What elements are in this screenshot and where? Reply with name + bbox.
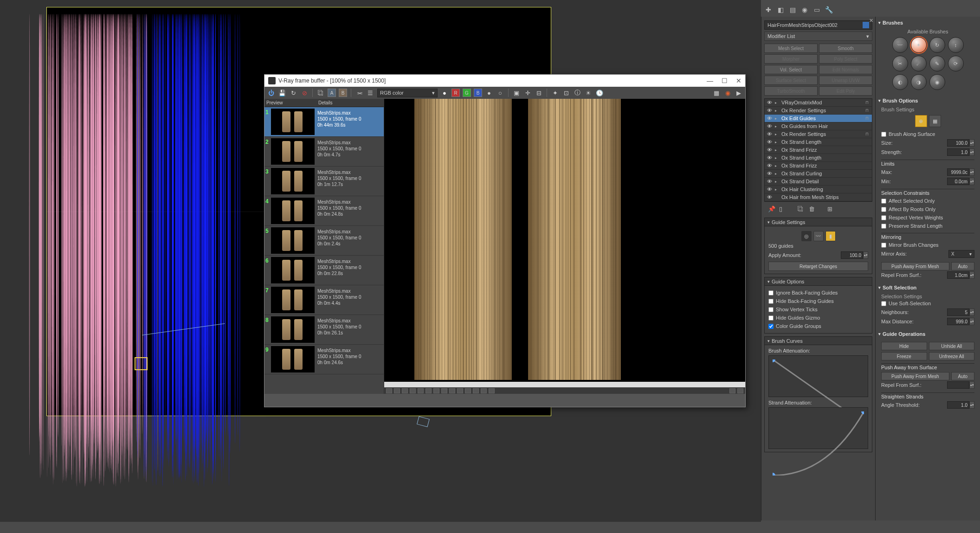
curve-reset-icon[interactable]: ✕	[868, 18, 874, 24]
brush-icon[interactable]: ↕	[948, 37, 964, 53]
modifier-stack-item[interactable]: 👁▸VRayOrnatrixMod⊓	[765, 99, 872, 107]
affect-roots-checkbox[interactable]	[881, 207, 886, 212]
modifier-stack-item[interactable]: 👁▸Ox Strand Frizz	[765, 162, 872, 170]
hide-button[interactable]: Hide	[881, 342, 927, 350]
ab-b-icon[interactable]: B	[339, 89, 347, 97]
neighbours-spinner[interactable]: ▴▾	[947, 308, 974, 316]
remove-mod-icon[interactable]: 🗑	[809, 205, 816, 213]
size-spinner[interactable]: ▴▾	[947, 139, 974, 147]
status-icon[interactable]	[489, 388, 495, 393]
modifier-preset-button[interactable]: Unwrap UVW	[819, 76, 872, 85]
modifier-stack-item[interactable]: 👁▸Ox Hair Clustering	[765, 186, 872, 193]
rollout-soft-selection[interactable]: ▾Soft Selection	[878, 283, 977, 292]
max-spinner[interactable]: ▴▾	[947, 168, 974, 176]
brush-icon[interactable]: ◑	[911, 74, 927, 90]
modifier-stack-item[interactable]: 👁▸Ox Strand Length	[765, 154, 872, 162]
color-corr-icon[interactable]: ☀	[584, 89, 593, 97]
modifier-stack-item[interactable]: 👁▸Ox Strand Length	[765, 138, 872, 146]
modifier-stack-item[interactable]: 👁▸Ox Render Settings⊓	[765, 107, 872, 115]
hierarchy-tab-icon[interactable]: ▤	[788, 5, 797, 14]
modify-tab-icon[interactable]: ◧	[776, 5, 785, 14]
mono-icon[interactable]: ○	[496, 89, 504, 97]
modifier-preset-button[interactable]: Vol. Select	[764, 65, 818, 74]
brush-atten-curve[interactable]	[768, 355, 868, 397]
status-icon[interactable]	[433, 388, 439, 393]
brush-icon[interactable]: ◐	[892, 74, 908, 90]
modifier-preset-button[interactable]: Smooth	[819, 44, 872, 53]
history-row[interactable]: 9MeshStrips.max1500 x 1500, frame 00h 0m…	[264, 345, 384, 374]
brush-icon[interactable]: ⟳	[948, 56, 964, 71]
stamp-icon[interactable]: ⊡	[562, 89, 570, 97]
strand-atten-curve[interactable]	[768, 407, 868, 449]
power-icon[interactable]: ⏻	[267, 89, 275, 97]
modifier-preset-button[interactable]: Mesh Select	[764, 44, 818, 53]
modifier-stack-item[interactable]: 👁▸Ox Strand Frizz	[765, 146, 872, 154]
modifier-preset-button[interactable]: Edit Normals	[819, 65, 872, 74]
modifier-stack-item[interactable]: 👁▸Ox Edit Guides⊓	[765, 115, 872, 122]
repel-spinner[interactable]: ▴▾	[947, 271, 974, 279]
modifier-preset-button[interactable]: TurboSmooth	[764, 86, 818, 96]
auto-button[interactable]: Auto	[951, 262, 974, 270]
history-row[interactable]: 8MeshStrips.max1500 x 1500, frame 00h 0m…	[264, 315, 384, 345]
save-icon[interactable]: 💾	[278, 89, 286, 97]
render-icon[interactable]: ▶	[735, 89, 743, 97]
utilities-tab-icon[interactable]: 🔧	[824, 5, 833, 14]
hide-backfacing-checkbox[interactable]	[768, 299, 774, 304]
rollout-guide-settings[interactable]: ▾Guide Settings	[764, 218, 872, 226]
rollout-brush-curves[interactable]: ▾Brush Curves	[764, 336, 872, 345]
modifier-stack-item[interactable]: 👁▸Ox Guides from Hair	[765, 122, 872, 130]
ab-a-icon[interactable]: A	[328, 89, 336, 97]
history-row[interactable]: 3MeshStrips.max1500 x 1500, frame 00h 1m…	[264, 167, 384, 196]
brush-icon[interactable]: ↻	[929, 37, 945, 53]
mirror-checkbox[interactable]	[881, 243, 886, 248]
repel-spinner-2[interactable]: ▴▾	[947, 381, 974, 389]
brush-along-surface-checkbox[interactable]	[881, 132, 886, 137]
angle-spinner[interactable]: ▴▾	[947, 401, 974, 409]
push-away-button-2[interactable]: Push Away From Mesh	[881, 372, 949, 380]
modifier-preset-button[interactable]: Morpher	[764, 54, 818, 64]
show-vertex-ticks-checkbox[interactable]	[768, 307, 774, 312]
brush-icon[interactable]: ☄	[911, 56, 927, 71]
status-icon[interactable]	[449, 388, 455, 393]
color-groups-checkbox[interactable]	[768, 324, 774, 329]
close-icon[interactable]: ✕	[736, 77, 741, 84]
object-name-field[interactable]: HairFromMeshStripsObject002	[764, 20, 872, 30]
modifier-preset-button[interactable]: Edit Poly	[819, 86, 872, 96]
rollout-guide-operations[interactable]: ▾Guide Operations	[878, 330, 977, 338]
ignore-backfacing-checkbox[interactable]	[768, 290, 774, 295]
use-softsel-checkbox[interactable]	[881, 301, 886, 306]
green-channel-icon[interactable]: G	[463, 89, 471, 97]
history-row[interactable]: 2MeshStrips.max1500 x 1500, frame 00h 0m…	[264, 137, 384, 167]
freeze-button[interactable]: Freeze	[881, 352, 927, 360]
status-icon[interactable]	[481, 388, 487, 393]
guide-mode-icon[interactable]: ◎	[801, 231, 812, 241]
stop-icon[interactable]: ◉	[723, 89, 732, 97]
alpha-icon[interactable]: ●	[485, 89, 493, 97]
motion-tab-icon[interactable]: ◉	[800, 5, 809, 14]
status-icon[interactable]	[473, 388, 479, 393]
maximize-icon[interactable]: ☐	[722, 77, 728, 84]
modifier-stack-item[interactable]: 👁▸Ox Strand Curling	[765, 170, 872, 178]
unique-icon[interactable]: ⿻	[798, 205, 805, 213]
modifier-list-dropdown[interactable]: Modifier List▾	[764, 32, 872, 41]
history-icon[interactable]: 🕓	[595, 89, 604, 97]
status-icon[interactable]	[410, 388, 416, 393]
history-row[interactable]: 5MeshStrips.max1500 x 1500, frame 00h 0m…	[264, 226, 384, 256]
bucket-icon[interactable]: ▦	[712, 89, 721, 97]
status-icon[interactable]	[402, 388, 408, 393]
brush-icon[interactable]: 〰	[892, 37, 908, 53]
history-row[interactable]: 4MeshStrips.max1500 x 1500, frame 00h 0m…	[264, 196, 384, 226]
unhide-button[interactable]: Unhide All	[929, 342, 975, 350]
minimize-icon[interactable]: —	[707, 77, 713, 84]
region-icon[interactable]: ▣	[512, 89, 521, 97]
push-away-button[interactable]: Push Away From Mesh	[881, 262, 949, 270]
apply-amount-spinner[interactable]: ▴▾	[841, 251, 868, 259]
brush-icon[interactable]: ✂	[892, 56, 908, 71]
reload-icon[interactable]: ↻	[289, 89, 297, 97]
clear-region-icon[interactable]: ⊟	[535, 89, 543, 97]
hide-gizmo-checkbox[interactable]	[768, 315, 774, 321]
modifier-stack-item[interactable]: 👁▸Ox Strand Detail	[765, 178, 872, 186]
modifier-stack-item[interactable]: 👁▸Ox Render Settings⊓	[765, 130, 872, 138]
status-icon[interactable]	[418, 388, 424, 393]
menu-icon[interactable]: ☰	[366, 89, 374, 97]
